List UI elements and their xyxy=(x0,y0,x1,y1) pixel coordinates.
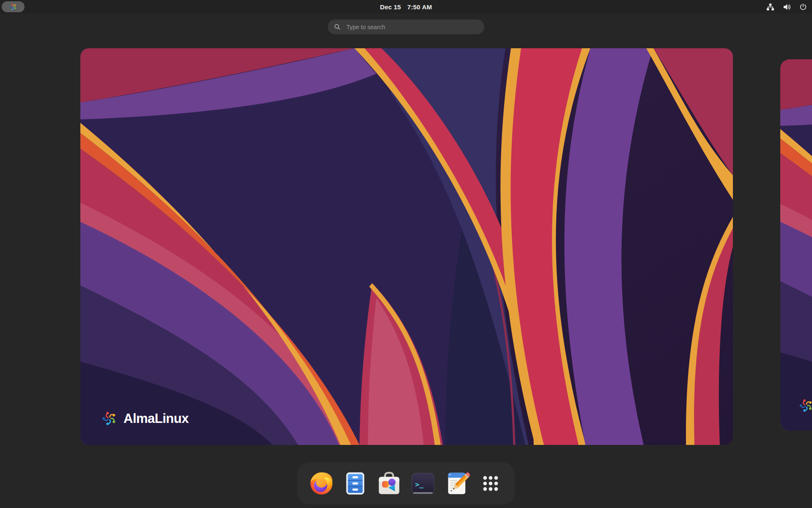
top-bar: Dec 15 7:50 AM xyxy=(0,0,812,14)
gnome-activities-overview: { "topbar": { "activities": { "logo_icon… xyxy=(0,0,812,508)
time-label: 7:50 AM xyxy=(407,3,432,11)
wallpaper xyxy=(780,59,812,431)
system-status-area[interactable] xyxy=(766,0,807,14)
network-wired-icon xyxy=(766,3,774,11)
dock-item-files[interactable] xyxy=(342,470,368,497)
almalinux-logo-icon xyxy=(101,410,118,427)
search-icon xyxy=(334,23,341,30)
software-icon xyxy=(376,470,402,497)
workspace-preview-next[interactable]: AlmaLinux xyxy=(780,59,812,431)
power-icon xyxy=(799,3,807,11)
dock-item-firefox[interactable] xyxy=(308,470,335,497)
dock-item-app-grid[interactable] xyxy=(477,470,504,497)
search-field xyxy=(328,19,484,34)
search-input[interactable] xyxy=(346,23,478,31)
text-editor-icon xyxy=(444,470,470,497)
almalinux-logo-icon xyxy=(798,398,812,414)
dock-item-software[interactable] xyxy=(376,470,402,497)
dock-item-text-editor[interactable] xyxy=(444,470,470,497)
wallpaper-watermark: AlmaLinux xyxy=(101,410,189,427)
dock-item-terminal[interactable]: >_ xyxy=(410,470,436,497)
wallpaper xyxy=(80,48,733,445)
wallpaper-watermark: AlmaLinux xyxy=(798,398,812,414)
app-grid-icon xyxy=(477,470,504,497)
date-label: Dec 15 xyxy=(380,3,401,11)
terminal-icon: >_ xyxy=(410,470,436,497)
files-icon xyxy=(342,470,368,497)
volume-high-icon xyxy=(783,3,791,11)
clock-button[interactable]: Dec 15 7:50 AM xyxy=(0,0,812,14)
terminal-prompt-glyph: >_ xyxy=(415,480,424,489)
workspace-preview-current[interactable]: AlmaLinux xyxy=(80,48,733,445)
dash: >_ xyxy=(297,462,515,505)
firefox-icon xyxy=(308,470,335,497)
watermark-text: AlmaLinux xyxy=(123,411,189,426)
